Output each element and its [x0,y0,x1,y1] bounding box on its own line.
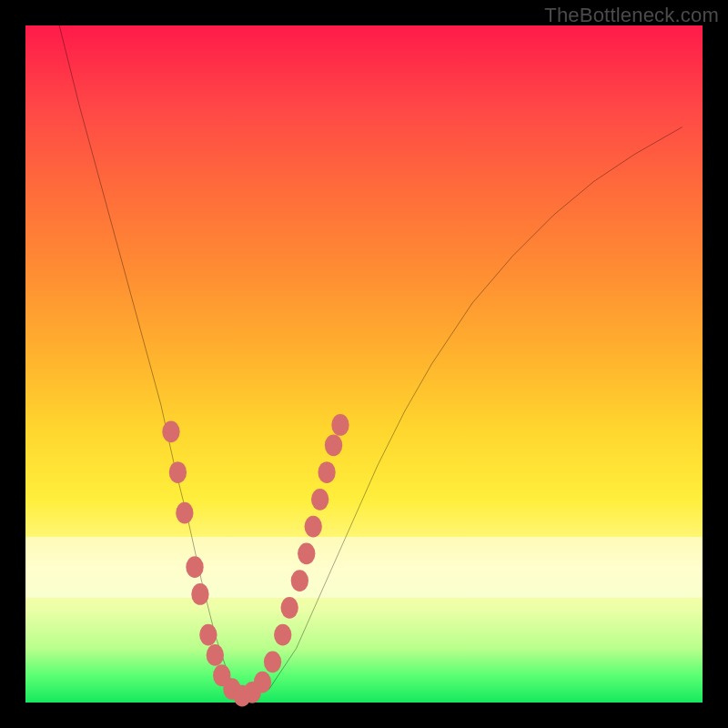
marker-point [264,651,281,672]
marker-point [280,597,298,619]
marker-point [191,583,208,605]
chart-frame: TheBottleneck.com [0,0,728,728]
marker-layer [162,414,349,706]
marker-point [207,644,224,666]
plot-area [25,25,703,703]
marker-point [325,434,342,456]
marker-point [291,570,308,592]
marker-point [162,420,179,442]
marker-point [169,461,187,483]
marker-point [305,516,322,538]
marker-point [176,502,193,524]
marker-point [311,489,329,511]
marker-point [331,414,349,436]
marker-point [199,624,217,646]
marker-point [274,624,291,646]
marker-point [318,461,335,483]
bottleneck-curve [59,25,682,696]
marker-point [254,672,271,693]
watermark-text: TheBottleneck.com [544,4,719,27]
chart-svg [25,25,703,703]
curve-layer [59,25,682,696]
marker-point [298,542,315,564]
marker-point [186,556,203,578]
